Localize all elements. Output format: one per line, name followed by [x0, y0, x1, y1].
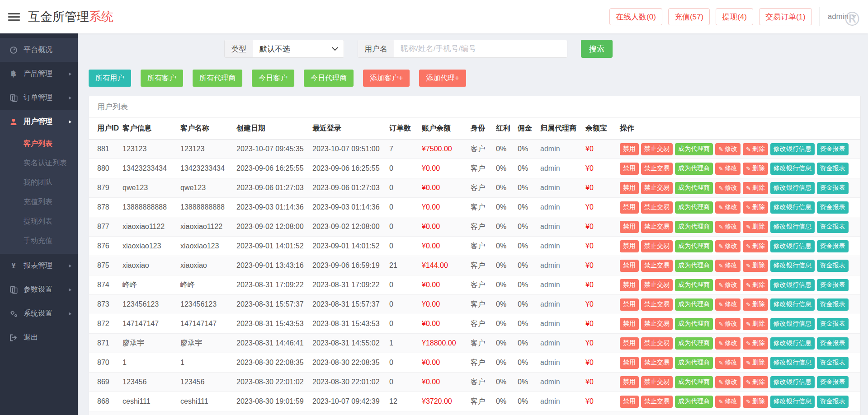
edit-button[interactable]: ✎修改	[715, 376, 741, 388]
make-agent-button[interactable]: 成为代理商	[675, 279, 713, 291]
trade-orders-count-button[interactable]: 交易订单(1)	[759, 8, 812, 25]
edit-bank-info-button[interactable]: 修改银行信息	[770, 279, 815, 291]
all-agents-button[interactable]: 所有代理商	[193, 70, 242, 87]
edit-button[interactable]: ✎修改	[715, 337, 741, 350]
funds-report-button[interactable]: 资金报表	[817, 260, 849, 272]
edit-bank-info-button[interactable]: 修改银行信息	[770, 357, 815, 369]
edit-bank-info-button[interactable]: 修改银行信息	[770, 376, 815, 388]
edit-bank-info-button[interactable]: 修改银行信息	[770, 143, 815, 155]
sidebar-subitem-recharge-list[interactable]: 充值列表	[0, 192, 78, 211]
edit-bank-info-button[interactable]: 修改银行信息	[770, 240, 815, 252]
delete-button[interactable]: ✎删除	[743, 298, 768, 311]
edit-button[interactable]: ✎修改	[715, 396, 741, 408]
funds-report-button[interactable]: 资金报表	[817, 298, 849, 311]
add-agent-button[interactable]: 添加代理+	[419, 70, 466, 87]
sidebar-subitem-my-team[interactable]: 我的团队	[0, 173, 78, 192]
disable-button[interactable]: 禁用	[620, 143, 639, 155]
disable-button[interactable]: 禁用	[620, 201, 639, 214]
disable-button[interactable]: 禁用	[620, 260, 639, 272]
edit-bank-info-button[interactable]: 修改银行信息	[770, 318, 815, 330]
forbid-trade-button[interactable]: 禁止交易	[641, 201, 673, 214]
delete-button[interactable]: ✎删除	[743, 376, 768, 388]
disable-button[interactable]: 禁用	[620, 396, 639, 408]
sidebar-item-logout[interactable]: 退出	[0, 326, 78, 350]
funds-report-button[interactable]: 资金报表	[817, 279, 849, 291]
delete-button[interactable]: ✎删除	[743, 396, 768, 408]
today-customers-button[interactable]: 今日客户	[252, 70, 294, 87]
make-agent-button[interactable]: 成为代理商	[675, 182, 713, 194]
edit-bank-info-button[interactable]: 修改银行信息	[770, 201, 815, 214]
forbid-trade-button[interactable]: 禁止交易	[641, 318, 673, 330]
withdraw-count-button[interactable]: 提现(4)	[716, 8, 753, 25]
forbid-trade-button[interactable]: 禁止交易	[641, 298, 673, 311]
funds-report-button[interactable]: 资金报表	[817, 337, 849, 350]
delete-button[interactable]: ✎删除	[743, 143, 768, 155]
delete-button[interactable]: ✎删除	[743, 318, 768, 330]
edit-bank-info-button[interactable]: 修改银行信息	[770, 163, 815, 175]
edit-button[interactable]: ✎修改	[715, 357, 741, 369]
delete-button[interactable]: ✎删除	[743, 357, 768, 369]
edit-button[interactable]: ✎修改	[715, 279, 741, 291]
funds-report-button[interactable]: 资金报表	[817, 357, 849, 369]
sidebar-item-order-management[interactable]: 订单管理	[0, 86, 78, 110]
make-agent-button[interactable]: 成为代理商	[675, 163, 713, 175]
edit-button[interactable]: ✎修改	[715, 318, 741, 330]
edit-bank-info-button[interactable]: 修改银行信息	[770, 298, 815, 311]
edit-button[interactable]: ✎修改	[715, 260, 741, 272]
edit-bank-info-button[interactable]: 修改银行信息	[770, 260, 815, 272]
edit-button[interactable]: ✎修改	[715, 182, 741, 194]
make-agent-button[interactable]: 成为代理商	[675, 357, 713, 369]
forbid-trade-button[interactable]: 禁止交易	[641, 221, 673, 233]
funds-report-button[interactable]: 资金报表	[817, 201, 849, 214]
disable-button[interactable]: 禁用	[620, 298, 639, 311]
sidebar-subitem-manual-recharge[interactable]: 手动充值	[0, 231, 78, 250]
forbid-trade-button[interactable]: 禁止交易	[641, 396, 673, 408]
disable-button[interactable]: 禁用	[620, 337, 639, 350]
delete-button[interactable]: ✎删除	[743, 240, 768, 252]
sidebar-item-platform-overview[interactable]: 平台概况	[0, 38, 78, 62]
delete-button[interactable]: ✎删除	[743, 337, 768, 350]
make-agent-button[interactable]: 成为代理商	[675, 240, 713, 252]
forbid-trade-button[interactable]: 禁止交易	[641, 357, 673, 369]
delete-button[interactable]: ✎删除	[743, 201, 768, 214]
disable-button[interactable]: 禁用	[620, 318, 639, 330]
edit-button[interactable]: ✎修改	[715, 201, 741, 214]
sidebar-item-user-management[interactable]: 用户管理	[0, 110, 78, 134]
funds-report-button[interactable]: 资金报表	[817, 376, 849, 388]
edit-button[interactable]: ✎修改	[715, 163, 741, 175]
disable-button[interactable]: 禁用	[620, 221, 639, 233]
sidebar-item-product-management[interactable]: ฿产品管理	[0, 62, 78, 86]
forbid-trade-button[interactable]: 禁止交易	[641, 163, 673, 175]
edit-button[interactable]: ✎修改	[715, 221, 741, 233]
sidebar-subitem-realname-auth-list[interactable]: 实名认证列表	[0, 153, 78, 173]
make-agent-button[interactable]: 成为代理商	[675, 337, 713, 350]
disable-button[interactable]: 禁用	[620, 240, 639, 252]
forbid-trade-button[interactable]: 禁止交易	[641, 182, 673, 194]
forbid-trade-button[interactable]: 禁止交易	[641, 337, 673, 350]
edit-button[interactable]: ✎修改	[715, 143, 741, 155]
funds-report-button[interactable]: 资金报表	[817, 182, 849, 194]
forbid-trade-button[interactable]: 禁止交易	[641, 240, 673, 252]
menu-toggle-icon[interactable]	[8, 11, 20, 23]
edit-button[interactable]: ✎修改	[715, 240, 741, 252]
edit-bank-info-button[interactable]: 修改银行信息	[770, 221, 815, 233]
forbid-trade-button[interactable]: 禁止交易	[641, 260, 673, 272]
funds-report-button[interactable]: 资金报表	[817, 396, 849, 408]
admin-menu[interactable]: admin	[819, 7, 856, 26]
disable-button[interactable]: 禁用	[620, 357, 639, 369]
disable-button[interactable]: 禁用	[620, 182, 639, 194]
sidebar-subitem-customer-list[interactable]: 客户列表	[0, 134, 78, 153]
make-agent-button[interactable]: 成为代理商	[675, 201, 713, 214]
all-customers-button[interactable]: 所有客户	[141, 70, 183, 87]
delete-button[interactable]: ✎删除	[743, 163, 768, 175]
funds-report-button[interactable]: 资金报表	[817, 143, 849, 155]
make-agent-button[interactable]: 成为代理商	[675, 396, 713, 408]
delete-button[interactable]: ✎删除	[743, 221, 768, 233]
sidebar-item-report-management[interactable]: ¥报表管理	[0, 254, 78, 278]
disable-button[interactable]: 禁用	[620, 163, 639, 175]
disable-button[interactable]: 禁用	[620, 279, 639, 291]
add-customer-button[interactable]: 添加客户+	[363, 70, 410, 87]
sidebar-item-parameter-settings[interactable]: 参数设置	[0, 278, 78, 302]
all-users-button[interactable]: 所有用户	[89, 70, 131, 87]
delete-button[interactable]: ✎删除	[743, 260, 768, 272]
